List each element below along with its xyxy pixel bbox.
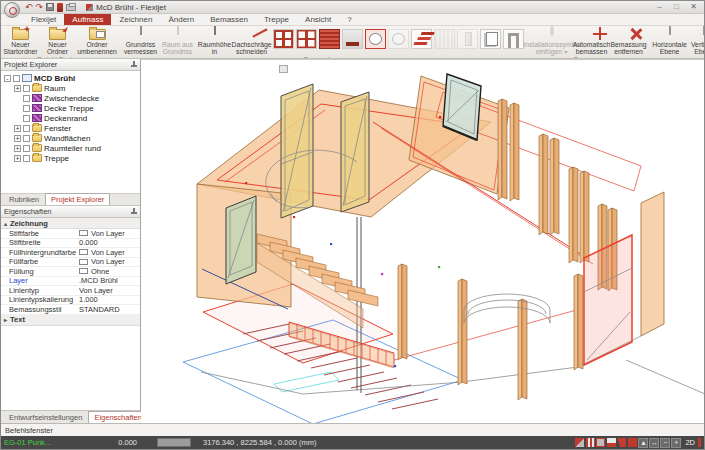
dachschraege-button[interactable]: Dachschräge schneiden	[233, 27, 270, 56]
property-row[interactable]: Füllfarbe Von Layer	[1, 258, 140, 268]
menu-tab[interactable]: Flexijet	[23, 14, 64, 25]
cursor-icon[interactable]: ▲	[638, 438, 648, 448]
property-row[interactable]: Füllung Ohne	[1, 267, 140, 277]
property-row[interactable]: Linientypskalierung 1.000	[1, 296, 140, 306]
visibility-checkbox[interactable]	[13, 75, 20, 82]
tree-item[interactable]: Deckenrand	[1, 113, 140, 123]
bottom-tab[interactable]: Eigenschaften	[88, 411, 148, 423]
tree-root[interactable]: - MCD Brühl	[1, 73, 140, 83]
dimension-highlight-panel[interactable]	[584, 235, 632, 365]
viewport-collapse-button[interactable]	[279, 65, 288, 73]
tree-expander[interactable]: +	[14, 155, 21, 162]
neuer-startordner-button[interactable]: Neuer Startordner	[2, 27, 39, 56]
redo-icon[interactable]: ↷	[36, 2, 44, 12]
laser-status-icon[interactable]	[617, 438, 626, 447]
visibility-checkbox[interactable]	[23, 135, 30, 142]
menu-tab[interactable]: Zeichnen	[111, 14, 160, 25]
command-window[interactable]: Befehlsfenster	[1, 423, 704, 436]
app-logo-button[interactable]	[4, 2, 20, 18]
far-right-wall[interactable]	[641, 192, 664, 336]
stack-red-icon[interactable]	[411, 29, 432, 49]
undo-icon[interactable]: ↶	[25, 2, 33, 12]
minimize-button[interactable]: ‒	[651, 1, 668, 13]
horizontale-ebene-button[interactable]: Horizontale Ebene	[651, 27, 688, 56]
menu-tab[interactable]: Aufmass	[64, 14, 111, 25]
property-row[interactable]: Stiftfarbe Von Layer	[1, 229, 140, 239]
circle-tool-icon-selected[interactable]	[365, 29, 386, 49]
panel-tab[interactable]: Rubriken	[3, 193, 45, 205]
command-prompt[interactable]: EG-01 Punk...	[4, 438, 99, 447]
vertikale-ebene-button[interactable]: Vertikale Ebene	[688, 27, 704, 56]
menu-tab[interactable]: ?	[339, 14, 359, 25]
property-row[interactable]: Linientyp Von Layer	[1, 286, 140, 296]
grid-icon[interactable]	[607, 438, 616, 447]
menu-tab[interactable]: Ansicht	[297, 14, 339, 25]
color-swatch[interactable]	[79, 249, 88, 255]
pan-icon[interactable]: ↔	[649, 438, 659, 448]
visibility-checkbox[interactable]	[23, 85, 30, 92]
tree-item[interactable]: Zwischendecke	[1, 93, 140, 103]
window-yellow-left[interactable]	[281, 84, 313, 218]
property-row[interactable]: Füllhintergrundfarbe Von Layer	[1, 248, 140, 258]
roller-shutter-icon[interactable]	[319, 29, 340, 49]
menu-tab[interactable]: Ändern	[160, 14, 202, 25]
ordner-umbenennen-button[interactable]: Ordner umbenennen	[76, 27, 118, 56]
window-yellow-right[interactable]	[341, 92, 369, 212]
tree-expander[interactable]: +	[14, 125, 21, 132]
color-swatch[interactable]	[79, 230, 88, 236]
tree-item[interactable]: + Raum	[1, 83, 140, 93]
door-frame-icon[interactable]	[503, 29, 524, 49]
menu-tab[interactable]: Treppe	[256, 14, 297, 25]
tree-item[interactable]: + Wandflächen	[1, 133, 140, 143]
pin-icon[interactable]	[131, 208, 137, 216]
bottom-tab[interactable]: Entwurfseinstellungen	[3, 411, 88, 423]
visibility-checkbox[interactable]	[23, 125, 30, 132]
door-sill-icon[interactable]	[342, 29, 363, 49]
tree-item[interactable]: Decke Treppe	[1, 103, 140, 113]
section-text[interactable]: ▸ Text	[1, 315, 140, 326]
section-zeichnung[interactable]: ▴ Zeichnung	[1, 218, 140, 229]
color-swatch[interactable]	[79, 268, 88, 274]
osnap-icon[interactable]	[586, 438, 595, 447]
visibility-checkbox[interactable]	[23, 155, 30, 162]
record-icon[interactable]	[628, 438, 637, 447]
neuer-ordner-button[interactable]: Neuer Ordner	[39, 27, 76, 56]
status-input-box[interactable]	[157, 438, 191, 447]
property-row[interactable]: Stiftbreite 0.000	[1, 239, 140, 249]
panel-tab[interactable]: Projekt Explorer	[45, 193, 110, 205]
ortho-icon[interactable]	[596, 438, 605, 447]
menu-tab[interactable]: Bemassen	[202, 14, 256, 25]
close-button[interactable]: ✕	[685, 1, 702, 13]
bemassung-entfernen-button[interactable]: Bemassung entfernen	[610, 27, 647, 56]
raumhoehe-button[interactable]: Raumhöhe in Zeichnung	[196, 27, 233, 56]
drawing-viewport[interactable]	[141, 59, 704, 423]
save-icon[interactable]	[46, 3, 54, 11]
tree-expander[interactable]: +	[14, 145, 21, 152]
round-room-divider[interactable]	[464, 294, 550, 323]
floor-plan-cyan-outline[interactable]	[274, 372, 339, 392]
pin-icon[interactable]	[131, 61, 137, 69]
mode-2d-label[interactable]: 2D	[685, 438, 695, 447]
tree-expander[interactable]: +	[14, 135, 21, 142]
isometric-cad-scene[interactable]	[141, 60, 704, 423]
visibility-checkbox[interactable]	[23, 115, 30, 122]
tree-expander[interactable]: -	[4, 75, 11, 82]
visibility-checkbox[interactable]	[23, 95, 30, 102]
visibility-checkbox[interactable]	[23, 145, 30, 152]
grundriss-vermessen-button[interactable]: Grundriss vermessen	[122, 27, 159, 56]
tree-expander[interactable]: +	[14, 85, 21, 92]
property-row[interactable]: Bemassungsstil STANDARD	[1, 305, 140, 315]
color-swatch[interactable]	[79, 259, 88, 265]
window-grid-icon[interactable]	[273, 29, 294, 49]
window-green[interactable]	[226, 196, 256, 284]
property-row[interactable]: Layer .MCD Brühl	[1, 277, 140, 287]
snap-icon[interactable]	[575, 438, 584, 447]
visibility-checkbox[interactable]	[23, 105, 30, 112]
zoom-out-button[interactable]: −	[660, 438, 670, 448]
tree-item[interactable]: + Raumteiler rund	[1, 143, 140, 153]
window-grid2-icon[interactable]	[296, 29, 317, 49]
laser-icon[interactable]	[57, 3, 63, 12]
print-icon[interactable]	[66, 4, 76, 11]
door-icon[interactable]	[480, 29, 501, 49]
tree-item[interactable]: + Treppe	[1, 153, 140, 163]
